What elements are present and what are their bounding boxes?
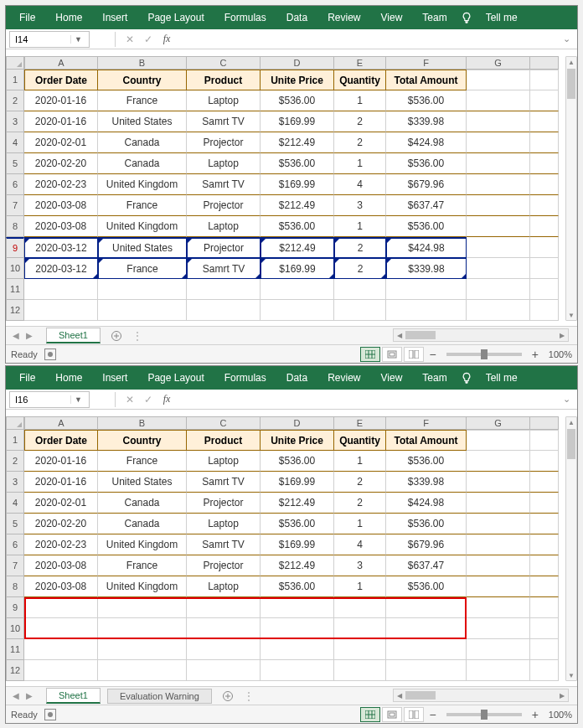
scrollbar-thumb[interactable] bbox=[405, 691, 436, 700]
cell[interactable] bbox=[530, 451, 559, 472]
cell[interactable]: $536.00 bbox=[261, 216, 334, 237]
zoom-level[interactable]: 100% bbox=[549, 349, 572, 359]
col-header-b[interactable]: B bbox=[98, 56, 187, 70]
cell[interactable]: 2020-03-08 bbox=[24, 216, 98, 237]
cell[interactable]: France bbox=[98, 451, 187, 472]
cell[interactable]: $169.99 bbox=[261, 111, 334, 132]
col-header-extra[interactable] bbox=[530, 56, 559, 70]
row-header[interactable]: 10 bbox=[6, 618, 24, 639]
horizontal-scrollbar[interactable]: ◀ ▶ bbox=[393, 689, 569, 702]
cell[interactable]: 2020-03-12 bbox=[24, 258, 98, 279]
zoom-handle[interactable] bbox=[481, 710, 488, 720]
sheet-nav[interactable]: ◀▶ bbox=[6, 331, 39, 340]
name-box-dropdown-icon[interactable]: ▼ bbox=[70, 35, 85, 44]
zoom-in-button[interactable]: + bbox=[529, 708, 542, 721]
cell[interactable] bbox=[24, 597, 98, 618]
cell[interactable] bbox=[467, 174, 530, 195]
col-header-g[interactable]: G bbox=[467, 56, 530, 70]
cell[interactable]: $536.00 bbox=[386, 153, 467, 174]
cell[interactable]: $536.00 bbox=[261, 90, 334, 111]
header-cell[interactable]: Quantity bbox=[334, 430, 386, 451]
cell[interactable]: 2020-03-12 bbox=[24, 237, 98, 258]
header-cell[interactable]: Order Date bbox=[24, 70, 98, 90]
cell[interactable] bbox=[467, 514, 530, 534]
cell[interactable]: $212.49 bbox=[261, 555, 334, 576]
cell[interactable] bbox=[467, 639, 530, 660]
cell[interactable] bbox=[98, 279, 187, 300]
ribbon-tab-data[interactable]: Data bbox=[276, 367, 317, 389]
cell[interactable] bbox=[98, 660, 187, 681]
cell[interactable]: $424.98 bbox=[386, 132, 467, 153]
cell[interactable]: $169.99 bbox=[261, 534, 334, 555]
cell[interactable]: 1 bbox=[334, 216, 386, 237]
zoom-level[interactable]: 100% bbox=[549, 710, 572, 720]
name-box-input[interactable] bbox=[10, 34, 70, 44]
row-header[interactable]: 2 bbox=[6, 451, 24, 472]
zoom-slider[interactable] bbox=[446, 713, 522, 716]
scrollbar-thumb[interactable] bbox=[405, 331, 436, 339]
cell[interactable]: $536.00 bbox=[386, 90, 467, 111]
cell[interactable]: $679.96 bbox=[386, 174, 467, 195]
cell[interactable]: 2020-03-08 bbox=[24, 195, 98, 216]
cell[interactable] bbox=[467, 430, 530, 451]
ribbon-tab-home[interactable]: Home bbox=[45, 367, 92, 389]
cell[interactable]: 4 bbox=[334, 174, 386, 195]
row-header[interactable]: 12 bbox=[6, 300, 24, 321]
cell[interactable] bbox=[467, 70, 530, 90]
cell[interactable]: $536.00 bbox=[261, 153, 334, 174]
cell[interactable]: $536.00 bbox=[386, 451, 467, 472]
cell[interactable]: 2 bbox=[334, 111, 386, 132]
macro-record-icon[interactable] bbox=[44, 349, 56, 360]
ribbon-tab-home[interactable]: Home bbox=[45, 7, 92, 28]
cell[interactable] bbox=[530, 534, 559, 555]
header-cell[interactable]: Country bbox=[98, 430, 187, 451]
formula-input[interactable] bbox=[176, 34, 577, 44]
cell[interactable]: France bbox=[98, 90, 187, 111]
ribbon-tab-formulas[interactable]: Formulas bbox=[214, 7, 276, 28]
cell[interactable]: 2 bbox=[334, 258, 386, 279]
cell[interactable]: 1 bbox=[334, 451, 386, 472]
fx-icon[interactable]: fx bbox=[157, 31, 176, 48]
ribbon-tab-data[interactable]: Data bbox=[276, 7, 317, 28]
row-header[interactable]: 5 bbox=[6, 514, 24, 534]
expand-formula-bar-icon[interactable]: ⌄ bbox=[559, 32, 574, 47]
cell[interactable]: Projector bbox=[187, 237, 261, 258]
scroll-up-icon[interactable]: ▲ bbox=[566, 417, 576, 427]
row-header[interactable]: 3 bbox=[6, 472, 24, 493]
cell[interactable] bbox=[467, 258, 530, 279]
ribbon-tab-insert[interactable]: Insert bbox=[92, 367, 137, 389]
col-header-e[interactable]: E bbox=[334, 56, 386, 70]
cell[interactable] bbox=[467, 216, 530, 237]
cell[interactable]: 3 bbox=[334, 555, 386, 576]
cell[interactable]: $212.49 bbox=[261, 195, 334, 216]
tabs-grip-icon[interactable]: ⋮ bbox=[132, 330, 143, 342]
cell[interactable] bbox=[467, 660, 530, 681]
col-header-f[interactable]: F bbox=[386, 416, 467, 430]
cell[interactable] bbox=[530, 300, 559, 321]
row-header[interactable]: 11 bbox=[6, 639, 24, 660]
cell[interactable]: Projector bbox=[187, 132, 261, 153]
view-page-break-button[interactable] bbox=[404, 707, 424, 722]
cell[interactable] bbox=[530, 90, 559, 111]
cell[interactable]: 2020-02-01 bbox=[24, 493, 98, 514]
cell[interactable]: $339.98 bbox=[386, 111, 467, 132]
cell[interactable] bbox=[24, 660, 98, 681]
row-header[interactable]: 7 bbox=[6, 555, 24, 576]
ribbon-tab-formulas[interactable]: Formulas bbox=[214, 367, 276, 389]
cell[interactable] bbox=[334, 300, 386, 321]
tell-me[interactable]: Tell me bbox=[476, 367, 528, 389]
col-header-e[interactable]: E bbox=[334, 416, 386, 430]
cell[interactable]: Projector bbox=[187, 195, 261, 216]
cell[interactable] bbox=[24, 618, 98, 639]
cell[interactable]: 4 bbox=[334, 534, 386, 555]
cell[interactable]: 1 bbox=[334, 514, 386, 534]
row-header[interactable]: 11 bbox=[6, 279, 24, 300]
cell[interactable] bbox=[530, 514, 559, 534]
cell[interactable] bbox=[467, 597, 530, 618]
col-header-a[interactable]: A bbox=[24, 416, 98, 430]
cell[interactable] bbox=[467, 195, 530, 216]
cell[interactable] bbox=[24, 279, 98, 300]
cell[interactable] bbox=[530, 660, 559, 681]
new-sheet-button[interactable] bbox=[219, 689, 237, 704]
cell[interactable]: $536.00 bbox=[261, 514, 334, 534]
